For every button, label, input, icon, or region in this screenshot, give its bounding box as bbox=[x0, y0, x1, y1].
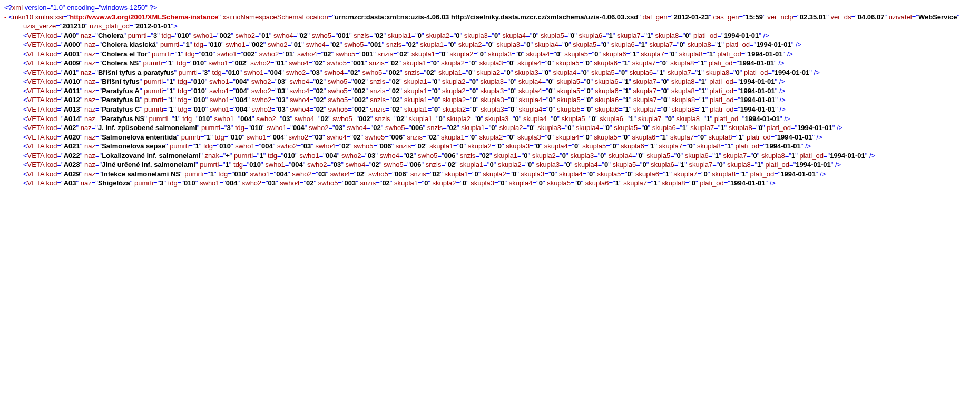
val-skupla4: 0 bbox=[532, 32, 536, 39]
attr-skupla3: skupla3 bbox=[471, 179, 494, 187]
attr-skupla4: skupla4 bbox=[518, 96, 542, 104]
attr-tdg: tdg bbox=[177, 59, 186, 67]
attr-swho1: swho1 bbox=[209, 87, 229, 95]
attr-skupla7: skupla7 bbox=[623, 179, 647, 187]
attr-swho4: swho4 bbox=[289, 77, 309, 85]
val-naz: Cholera NS bbox=[102, 59, 139, 67]
veta-elem-name: VETA bbox=[27, 161, 44, 169]
attr-dat_gen: dat_gen bbox=[642, 13, 667, 21]
val-skupla5: 0 bbox=[603, 41, 606, 48]
val-skupla8: 1 bbox=[702, 105, 705, 113]
val-swho1: 002 bbox=[234, 59, 246, 67]
veta-elem-name: VETA bbox=[27, 41, 44, 48]
attr-swho2: swho2 bbox=[292, 170, 312, 178]
attr-skupla6: skupla6 bbox=[595, 96, 619, 104]
veta-elem-name: VETA bbox=[27, 152, 44, 160]
attr-skupla2: skupla2 bbox=[442, 77, 466, 85]
attr-skupla2: skupla2 bbox=[450, 50, 474, 58]
val-tdg: 010 bbox=[184, 179, 195, 187]
attr-skupla2: skupla2 bbox=[468, 142, 492, 150]
val-skupla2: 0 bbox=[456, 32, 459, 39]
val-tdg: 010 bbox=[178, 32, 189, 39]
attr-swho5: swho5 bbox=[318, 179, 338, 187]
attr-snzis: snzis bbox=[360, 179, 376, 187]
xml-version: version="1.0" bbox=[25, 4, 65, 12]
val-skupla6: 1 bbox=[660, 68, 663, 76]
val-swho5: 001 bbox=[362, 50, 374, 58]
attr-tdg: tdg bbox=[178, 105, 188, 113]
attr-naz: naz bbox=[84, 152, 95, 160]
val-skupla2: 0 bbox=[472, 77, 476, 85]
attr-swho2: swho2 bbox=[341, 152, 361, 160]
attr-skupla6: skupla6 bbox=[621, 142, 644, 150]
val-swho5: 002 bbox=[388, 68, 400, 76]
attr-pumrti: pumrti bbox=[234, 152, 253, 160]
attr-skupla8: skupla8 bbox=[729, 124, 752, 132]
attr-skupla8: skupla8 bbox=[697, 142, 721, 150]
val-swho4: 02 bbox=[316, 77, 323, 85]
attr-tdg: tdg bbox=[235, 124, 244, 132]
attr-skupla6: skupla6 bbox=[603, 50, 626, 58]
attr-skupla8: skupla8 bbox=[706, 68, 730, 76]
val-skupla2: 0 bbox=[530, 124, 533, 132]
val-swho1: 004 bbox=[236, 96, 248, 104]
attr-skupla1: skupla1 bbox=[404, 87, 427, 95]
attr-swho5: swho5 bbox=[332, 115, 352, 123]
attr-swho2: swho2 bbox=[289, 133, 309, 141]
attr-skupla5: skupla5 bbox=[557, 96, 581, 104]
attr-tdg: tdg bbox=[178, 87, 187, 95]
veta-elem-name: VETA bbox=[27, 133, 44, 141]
val-swho4: 02 bbox=[316, 105, 324, 113]
attr-skupla8: skupla8 bbox=[670, 59, 694, 67]
attr-skupla7: skupla7 bbox=[649, 41, 673, 48]
attr-skupla5: skupla5 bbox=[646, 152, 670, 160]
val-skupla6: 1 bbox=[662, 133, 666, 141]
attr-skupla3: skupla3 bbox=[488, 50, 512, 58]
attr-swho2: swho2 bbox=[268, 41, 288, 48]
val-pumrti: 1 bbox=[226, 161, 229, 169]
val-swho4: 02 bbox=[321, 115, 328, 123]
val-skupla8: 1 bbox=[702, 96, 705, 104]
veta-row: <VETA kod="A020" naz="Salmonelová enteri… bbox=[23, 133, 976, 142]
attr-skupla1: skupla1 bbox=[429, 142, 453, 150]
attr-tdg: tdg bbox=[168, 179, 178, 187]
attr-naz: naz bbox=[84, 96, 95, 104]
val-plati_od: 1994-01-01 bbox=[740, 77, 775, 85]
veta-elem-name: VETA bbox=[27, 105, 44, 113]
attr-tdg: tdg bbox=[203, 142, 213, 150]
val-skupla4: 0 bbox=[539, 179, 543, 187]
attr-skupla1: skupla1 bbox=[438, 68, 462, 76]
attr-skupla5: skupla5 bbox=[564, 50, 588, 58]
attr-skupla4: skupla4 bbox=[523, 115, 547, 123]
attr-tdg: tdg bbox=[218, 170, 228, 178]
val-pumrti: 1 bbox=[259, 152, 263, 160]
veta-row: <VETA kod="A013" naz="Paratyfus C" pumrt… bbox=[23, 105, 976, 114]
val-plati_od: 1994-01-01 bbox=[777, 133, 812, 141]
attr-skupla3: skupla3 bbox=[517, 133, 541, 141]
attr-swho4: swho4 bbox=[346, 161, 366, 169]
attr-snzis: snzis bbox=[370, 96, 386, 104]
val-skupla6: 1 bbox=[682, 124, 686, 132]
val-kod: A03 bbox=[64, 179, 76, 187]
val-skupla6: 1 bbox=[625, 96, 629, 104]
attr-skupla6: skupla6 bbox=[651, 161, 674, 169]
attr-snzis: snzis bbox=[386, 41, 402, 48]
xml-encoding: encoding="windows-1250" bbox=[67, 4, 148, 12]
val-tdg: 010 bbox=[283, 152, 295, 160]
attr-skupla1: skupla1 bbox=[494, 152, 517, 160]
attr-skupla6: skupla6 bbox=[585, 179, 609, 187]
veta-row: <VETA kod="A01" naz="Břišní tyfus a para… bbox=[23, 68, 976, 77]
attr-tdg: tdg bbox=[161, 32, 171, 39]
veta-row: <VETA kod="A02" naz="J. inf. způsobené s… bbox=[23, 123, 976, 133]
val-swho5: 006 bbox=[380, 142, 391, 150]
attr-swho4: swho4 bbox=[347, 124, 367, 132]
attr-naz: naz bbox=[84, 105, 95, 113]
attr-pumrti: pumrti bbox=[149, 115, 168, 123]
attr-skupla2: skupla2 bbox=[483, 170, 506, 178]
attr-snzis: snzis bbox=[370, 87, 386, 95]
val-swho5: 006 bbox=[395, 170, 406, 178]
val-naz: Břišní tyfus bbox=[102, 77, 140, 85]
val-swho4: 02 bbox=[315, 59, 322, 67]
val-kod: A012 bbox=[64, 96, 80, 104]
attr-snzis: snzis bbox=[378, 50, 394, 58]
